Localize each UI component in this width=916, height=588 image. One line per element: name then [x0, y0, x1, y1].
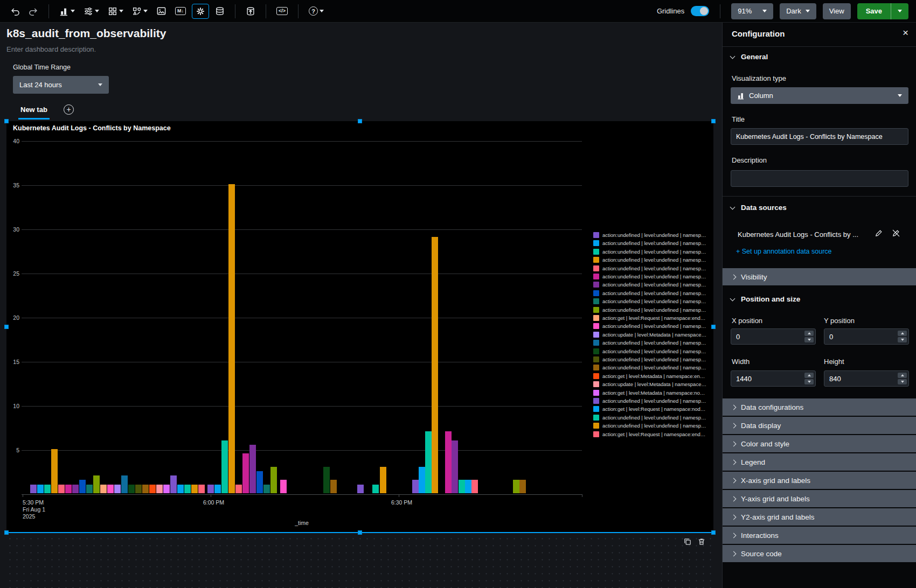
decrement-button[interactable]	[898, 379, 907, 384]
annotation-data-source-link[interactable]: + Set up annotation data source	[736, 248, 832, 255]
viz-type-dropdown[interactable]: Column	[731, 87, 908, 104]
undo-icon[interactable]	[8, 4, 23, 18]
x-position-stepper	[731, 328, 816, 345]
section-interactions[interactable]: Interactions	[723, 527, 916, 544]
chart-bar	[163, 485, 170, 493]
save-options-button[interactable]	[891, 3, 908, 19]
increment-button[interactable]	[804, 373, 814, 378]
resize-handle-bottom-left[interactable]	[4, 530, 9, 535]
add-input-icon[interactable]	[81, 4, 102, 18]
add-chart-icon[interactable]	[57, 4, 78, 18]
viz-type-label: Visualization type	[732, 74, 786, 82]
section-x-axis-grid-and-labels[interactable]: X-axis grid and labels	[723, 472, 916, 489]
x-position-input[interactable]	[731, 329, 801, 344]
section-data-sources[interactable]: Data sources	[731, 204, 787, 212]
chevron-down-icon	[119, 10, 123, 12]
configuration-panel: Configuration × General Visualization ty…	[722, 23, 916, 588]
increment-button[interactable]	[804, 331, 814, 336]
increment-button[interactable]	[898, 373, 907, 378]
height-input[interactable]	[824, 371, 894, 386]
section-position-and-size[interactable]: Position and size	[731, 295, 800, 303]
resize-handle-bottom-center[interactable]	[358, 530, 362, 535]
data-source-name[interactable]: Kubernetes Audit Logs - Conflicts by ...	[738, 230, 858, 239]
legend-label: action:undefined | level:undefined | nam…	[602, 249, 707, 255]
section-data-display[interactable]: Data display	[723, 417, 916, 434]
section-general[interactable]: General	[731, 53, 768, 61]
export-data-icon[interactable]	[243, 4, 258, 18]
legend-swatch	[593, 390, 599, 396]
section-y2-axis-grid-and-labels[interactable]: Y2-axis grid and labels	[723, 508, 916, 526]
add-image-icon[interactable]	[154, 4, 169, 18]
x-position-label: X position	[732, 317, 762, 325]
dashboard-title[interactable]: k8s_audit_from_observability	[6, 27, 166, 40]
section-source-code[interactable]: Source code	[723, 545, 916, 562]
help-icon[interactable]: ?	[306, 4, 327, 18]
section-legend[interactable]: Legend	[723, 453, 916, 471]
edit-data-source-icon[interactable]	[875, 229, 883, 240]
legend-item: action:get | level:Request | namespace:n…	[593, 406, 707, 412]
tab-new-tab[interactable]: New tab	[18, 104, 50, 120]
toolbar-left-group: M↓ </> ?	[8, 4, 327, 19]
redo-icon[interactable]	[26, 4, 41, 18]
time-range-dropdown[interactable]: Last 24 hours	[13, 76, 109, 94]
chart-bar	[270, 467, 277, 493]
data-sources-icon[interactable]	[212, 4, 227, 18]
legend-swatch	[593, 348, 599, 354]
delete-panel-icon[interactable]	[697, 537, 706, 548]
resize-handle-top-left[interactable]	[4, 119, 9, 123]
title-input[interactable]	[731, 128, 908, 145]
gridline	[22, 362, 582, 362]
gridlines-toggle[interactable]	[691, 6, 709, 16]
legend-label: action:get | level:Request | namespace:e…	[602, 431, 707, 437]
theme-dropdown[interactable]: Dark	[780, 3, 816, 19]
layout-grid-icon[interactable]	[105, 4, 126, 18]
x-axis-tick	[23, 494, 23, 497]
y-position-input[interactable]	[824, 329, 894, 344]
add-tab-button[interactable]: +	[64, 104, 74, 115]
increment-button[interactable]	[898, 331, 907, 336]
x-tick-label: 5:30 PMFri Aug 12025	[23, 499, 45, 520]
section-y-axis-grid-and-labels[interactable]: Y-axis grid and labels	[723, 490, 916, 507]
close-icon[interactable]: ×	[903, 27, 908, 39]
chart-bar	[445, 431, 452, 493]
y-tick-label: 30	[8, 226, 19, 233]
resize-handle-top-center[interactable]	[358, 119, 362, 123]
description-input[interactable]	[731, 170, 908, 187]
decrement-button[interactable]	[804, 379, 814, 384]
source-code-icon[interactable]: </>	[274, 5, 290, 17]
decrement-button[interactable]	[898, 337, 907, 342]
legend-swatch	[593, 431, 599, 437]
chart-bar	[93, 475, 100, 493]
zoom-level-value: 91%	[738, 7, 752, 15]
resize-handle-middle-right[interactable]	[711, 325, 716, 329]
chart-bar	[198, 485, 205, 493]
resize-handle-bottom-right[interactable]	[711, 530, 716, 535]
chart-bar	[452, 440, 458, 493]
duplicate-panel-icon[interactable]	[683, 537, 692, 548]
section-color-and-style[interactable]: Color and style	[723, 435, 916, 452]
resize-handle-top-right[interactable]	[711, 119, 716, 123]
section-label: Y2-axis grid and labels	[741, 513, 815, 521]
y-tick-label: 20	[8, 314, 19, 321]
legend-item: action:undefined | level:undefined | nam…	[593, 298, 707, 304]
resize-handle-middle-left[interactable]	[4, 325, 9, 329]
width-input[interactable]	[731, 371, 801, 386]
chart-panel[interactable]: Kubernetes Audit Logs - Conflicts by Nam…	[6, 121, 713, 533]
chart-bar	[128, 485, 135, 493]
save-button[interactable]: Save	[857, 3, 891, 19]
chevron-down-icon	[898, 94, 902, 97]
global-time-range-label: Global Time Range	[13, 64, 71, 71]
zoom-level-dropdown[interactable]: 91%	[731, 3, 773, 19]
section-data-configurations[interactable]: Data configurations	[723, 398, 916, 416]
dashboard-description[interactable]: Enter dashboard description.	[6, 45, 96, 53]
markdown-icon[interactable]: M↓	[172, 5, 189, 17]
view-button[interactable]: View	[823, 3, 851, 19]
decrement-button[interactable]	[804, 337, 814, 342]
legend-item: action:undefined | level:undefined | nam…	[593, 249, 707, 255]
unlink-data-source-icon[interactable]	[892, 229, 900, 240]
section-visibility-row[interactable]: Visibility	[723, 268, 916, 285]
width-label: Width	[732, 358, 750, 366]
add-shape-icon[interactable]	[129, 4, 150, 18]
configuration-tool-icon[interactable]	[192, 4, 209, 19]
legend-item: action:undefined | level:undefined | nam…	[593, 398, 707, 404]
